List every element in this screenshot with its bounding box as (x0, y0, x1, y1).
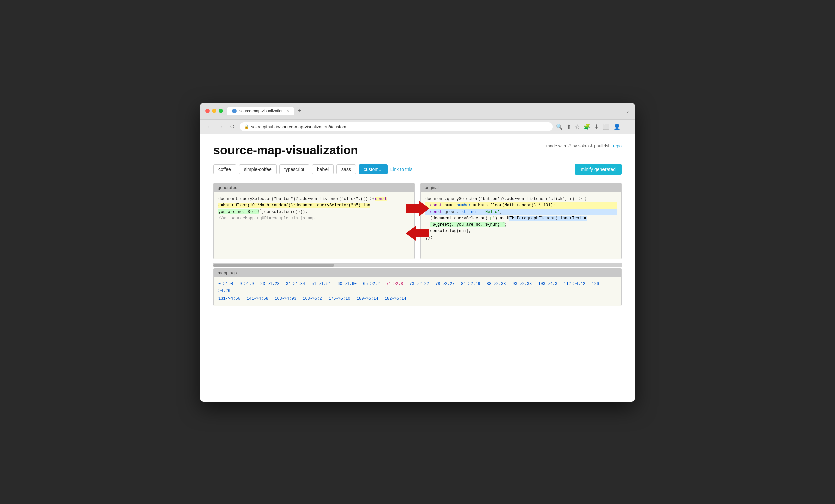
mapping-16[interactable]: 131->4:56 (219, 296, 240, 301)
search-icon[interactable]: 🔍 (556, 123, 563, 130)
tab-favicon-icon (232, 109, 237, 114)
orig-line-4: (document.querySelector('p') as HTMLPara… (425, 215, 616, 222)
traffic-lights (205, 109, 223, 113)
panels-container: generated document.querySelector("button… (213, 183, 622, 259)
close-button[interactable] (205, 109, 210, 113)
mapping-22[interactable]: 182->5:14 (385, 296, 406, 301)
minify-button[interactable]: minify generated (575, 164, 622, 175)
generated-panel: generated document.querySelector("button… (213, 183, 415, 259)
gen-line-4: //# sourceMappingURL=example.min.js.map (219, 215, 410, 222)
more-menu-icon[interactable]: ⋮ (624, 123, 630, 130)
url-bar[interactable]: 🔒 sokra.github.io/source-map-visualizati… (240, 122, 553, 131)
orig-line-3: const greet: string = 'Hello'; (425, 209, 616, 215)
scroll-bar[interactable] (213, 263, 622, 267)
mapping-17[interactable]: 141->4:68 (247, 296, 268, 301)
mappings-body: 0->1:0 9->1:9 23->1:23 34->1:34 51->1:51… (214, 278, 621, 306)
mapping-13[interactable]: 103->4:3 (538, 282, 557, 286)
mappings-header: mappings (214, 268, 621, 278)
made-with-text: made with ♡ by sokra & paulirish. repo (546, 143, 622, 148)
mapping-3[interactable]: 34->1:34 (286, 282, 305, 286)
share-icon[interactable]: ⬆ (567, 123, 571, 130)
refresh-button[interactable]: ↺ (228, 123, 236, 130)
preset-sass-button[interactable]: sass (336, 164, 356, 174)
orig-line-1: document.querySelector('button')?.addEve… (425, 196, 616, 202)
download-icon[interactable]: ⬇ (594, 123, 599, 130)
forward-button[interactable]: → (217, 123, 225, 129)
preset-coffee-button[interactable]: coffee (213, 164, 236, 174)
gen-line-1: document.querySelector("button")?.addEve… (219, 196, 410, 202)
tab-close-icon[interactable]: ✕ (286, 109, 289, 113)
orig-line-6: console.log(num); (425, 228, 616, 234)
mapping-10[interactable]: 84->2:49 (461, 282, 481, 286)
generated-panel-header: generated (214, 183, 414, 192)
back-button[interactable]: ← (205, 123, 213, 129)
preset-typescript-button[interactable]: typescript (279, 164, 309, 174)
tab-menu-icon[interactable]: ⌄ (626, 108, 630, 114)
mapping-8[interactable]: 73->2:22 (409, 282, 429, 286)
address-actions: 🔍 ⬆ ☆ 🧩 ⬇ ⬜ 👤 ⋮ (556, 123, 630, 130)
mapping-12[interactable]: 93->2:38 (512, 282, 532, 286)
repo-link[interactable]: repo (613, 143, 622, 148)
orig-line-5: `${greet}, you are no. ${num}!`; (425, 222, 616, 228)
mapping-21[interactable]: 180->5:14 (357, 296, 378, 301)
link-to-this-link[interactable]: Link to this (390, 167, 413, 172)
page-title: source-map-visualization (213, 143, 358, 157)
gen-line-3: you are no. ${e}!`,console.log(e)})); (219, 209, 410, 215)
address-bar: ← → ↺ 🔒 sokra.github.io/source-map-visua… (200, 120, 635, 134)
browser-tab[interactable]: source-map-visualization ✕ (227, 107, 294, 116)
mapping-19[interactable]: 168->5:2 (303, 296, 322, 301)
mapping-14[interactable]: 112->4:12 (564, 282, 586, 286)
preset-custom-button[interactable]: custom... (359, 164, 388, 174)
new-tab-button[interactable]: + (297, 107, 303, 115)
mapping-1[interactable]: 9->1:9 (239, 282, 253, 286)
orig-line-7: }); (425, 235, 616, 241)
mappings-section: mappings 0->1:0 9->1:9 23->1:23 34->1:34… (213, 268, 622, 306)
panels: generated document.querySelector("button… (213, 183, 622, 259)
mapping-5[interactable]: 60->1:60 (337, 282, 357, 286)
title-bar: source-map-visualization ✕ + ⌄ (200, 103, 635, 120)
tab-title: source-map-visualization (239, 109, 284, 114)
page-header: source-map-visualization made with ♡ by … (213, 143, 622, 157)
mapping-6[interactable]: 65->2:2 (363, 282, 380, 286)
maximize-button[interactable] (219, 109, 223, 113)
original-panel-body: document.querySelector('button')?.addEve… (421, 192, 621, 259)
mapping-2[interactable]: 23->1:23 (260, 282, 280, 286)
url-text: sokra.github.io/source-map-visualization… (251, 124, 346, 129)
generated-panel-body: document.querySelector("button")?.addEve… (214, 192, 414, 259)
mapping-0[interactable]: 0->1:0 (219, 282, 233, 286)
preset-babel-button[interactable]: babel (312, 164, 333, 174)
mapping-9[interactable]: 78->2:27 (435, 282, 455, 286)
scroll-thumb[interactable] (213, 264, 334, 267)
preset-simple-coffee-button[interactable]: simple-coffee (239, 164, 277, 174)
minimize-button[interactable] (212, 109, 217, 113)
bookmark-icon[interactable]: ☆ (575, 123, 580, 130)
mapping-20[interactable]: 176->5:10 (328, 296, 350, 301)
mapping-4[interactable]: 51->1:51 (311, 282, 331, 286)
presets-bar: coffee simple-coffee typescript babel sa… (213, 164, 622, 175)
browser-window: source-map-visualization ✕ + ⌄ ← → ↺ 🔒 s… (200, 103, 635, 402)
mapping-11[interactable]: 88->2:33 (487, 282, 506, 286)
mapping-7[interactable]: 71->2:8 (386, 282, 403, 286)
tab-bar: source-map-visualization ✕ + (227, 107, 622, 116)
split-view-icon[interactable]: ⬜ (603, 123, 610, 130)
profile-icon[interactable]: 👤 (613, 123, 620, 130)
lock-icon: 🔒 (244, 124, 249, 129)
extensions-icon[interactable]: 🧩 (584, 123, 590, 130)
page-content: source-map-visualization made with ♡ by … (200, 134, 635, 402)
orig-line-2: const num: number = Math.floor(Math.rand… (425, 202, 616, 209)
original-panel: original document.querySelector('button'… (420, 183, 622, 259)
gen-line-2: e=Math.floor(101*Math.random());document… (219, 202, 410, 209)
mapping-18[interactable]: 163->4:93 (274, 296, 297, 301)
original-panel-header: original (421, 183, 621, 192)
